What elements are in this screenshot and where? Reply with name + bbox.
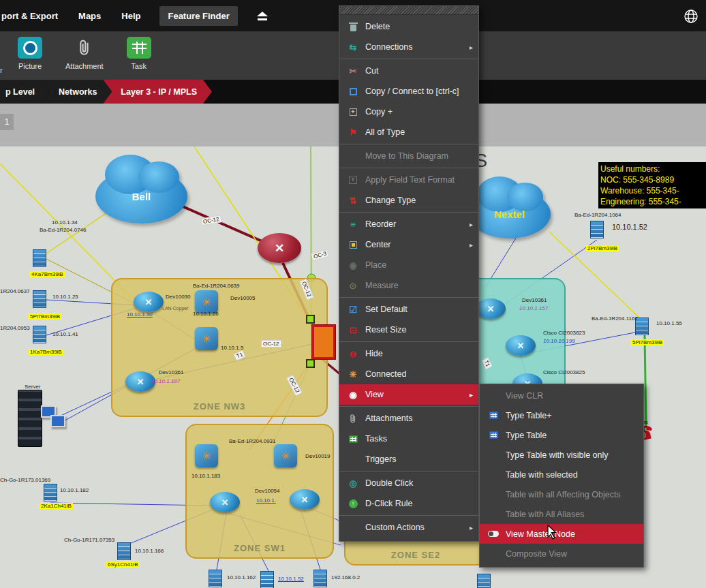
switch-node[interactable]: [313, 570, 327, 587]
node-label: 10.10.1.26: [193, 311, 219, 317]
menu-item-type-table[interactable]: Type Table+: [480, 405, 643, 425]
task-button[interactable]: Task: [127, 37, 151, 70]
menu-separator: [339, 59, 478, 59]
menu-item-reset-size[interactable]: ⊡Reset Size: [339, 320, 478, 340]
node-label: 10.10.1.162: [227, 574, 256, 581]
yellow-tag: 2Pi7Bm39iB: [586, 245, 619, 251]
copy-plus-icon: +: [346, 108, 360, 116]
menu-item-connected[interactable]: ✳Connected: [339, 364, 478, 384]
menu-item-copy[interactable]: +Copy +: [339, 102, 478, 122]
notes-line: Useful numbers:: [600, 164, 704, 174]
attachment-button[interactable]: Attachment: [65, 37, 104, 70]
node-label: Cisco CI2003823: [543, 330, 585, 336]
menu-separator: [339, 471, 478, 471]
menu-item-triggers[interactable]: Triggers: [339, 449, 478, 469]
menu-item-view-master-node[interactable]: View Master Node: [480, 524, 643, 544]
menu-item-tasks[interactable]: Tasks: [339, 429, 478, 449]
switch-node[interactable]: [590, 221, 604, 238]
selected-node[interactable]: [312, 325, 335, 359]
router-node[interactable]: ✕: [290, 489, 320, 510]
breadcrumb-layer3[interactable]: Layer 3 - IP / MPLS: [103, 80, 212, 104]
switch-node[interactable]: [33, 290, 46, 308]
notes-box[interactable]: Useful numbers: NOC: 555-345-8989 Wareho…: [598, 162, 706, 208]
hub-node[interactable]: ✳: [195, 290, 218, 313]
menu-item-d-click-rule[interactable]: ↑D-Click Rule: [339, 493, 478, 514]
center-icon: [346, 241, 360, 249]
menu-item-type-table-with-visible-only[interactable]: Type Table with visible only: [480, 445, 643, 465]
menubar-item-maps[interactable]: Maps: [77, 10, 102, 22]
menu-item-place: ◉Place: [339, 255, 478, 275]
router-node[interactable]: ✕: [506, 335, 536, 356]
switch-node[interactable]: [209, 570, 222, 587]
menu-item-view[interactable]: ◉View▸: [339, 384, 478, 405]
menu-item-table-with-all-affecting-objects: Table with all Affecting Objects: [480, 484, 643, 504]
cut-icon: ✂: [346, 66, 360, 76]
picture-button[interactable]: Picture: [18, 37, 42, 70]
menu-item-type-table[interactable]: Type Table: [480, 425, 643, 445]
all-of-type-icon: ⚑: [346, 127, 360, 138]
breadcrumb-top-level[interactable]: p Level: [0, 80, 50, 104]
menu-item-change-type[interactable]: ⇅Change Type: [339, 190, 478, 211]
attachment-button-label: Attachment: [65, 62, 104, 70]
router-node[interactable]: ✕: [476, 298, 506, 319]
menu-item-all-of-type[interactable]: ⚑All of Type: [339, 122, 478, 142]
router-node[interactable]: ✕: [134, 292, 164, 312]
hub-node[interactable]: ✳: [195, 444, 218, 467]
eject-icon[interactable]: [257, 12, 268, 20]
menu-item-label: Set Default: [365, 305, 473, 314]
switch-node[interactable]: [477, 574, 491, 588]
menu-item-center[interactable]: Center▸: [339, 234, 478, 255]
menu-item-label: Tasks: [365, 434, 473, 444]
menu-item-attachments[interactable]: Attachments: [339, 408, 478, 429]
reorder-icon: ≡: [346, 219, 360, 230]
switch-node[interactable]: [33, 249, 46, 267]
resize-handle[interactable]: [306, 315, 315, 324]
globe-icon[interactable]: [683, 8, 699, 25]
trash-icon: [346, 22, 360, 31]
breadcrumb-networks[interactable]: Networks: [41, 80, 112, 104]
cloud-nextel[interactable]: Nextel: [469, 189, 551, 238]
menu-item-hide[interactable]: ⊖Hide: [339, 343, 478, 364]
hub-node[interactable]: ✳: [195, 327, 218, 350]
router-node[interactable]: ✕: [210, 492, 240, 512]
node-label: 192.168.0.2: [331, 574, 360, 581]
picture-icon: [18, 37, 42, 59]
menu-item-reorder[interactable]: ≡Reorder▸: [339, 214, 478, 234]
switch-node[interactable]: [260, 571, 274, 588]
copy-icon: [346, 88, 360, 95]
menu-item-apply-field-text-format: TApply Field Text Format: [339, 170, 478, 190]
cloud-bell[interactable]: Bell: [95, 169, 187, 223]
change-type-icon: ⇅: [346, 196, 360, 206]
node-label: Ba-Ed-1R204.1167: [592, 315, 638, 322]
switch-node[interactable]: [117, 542, 131, 560]
router-node-red[interactable]: ✕: [258, 233, 301, 263]
zone-label: ZONE SW1: [187, 543, 333, 553]
menu-item-label: Table with All Aliases: [506, 510, 638, 519]
menu-drag-handle[interactable]: [339, 6, 478, 15]
menubar-item-help[interactable]: Help: [120, 10, 142, 22]
menu-item-connections[interactable]: ⇆Connections▸: [339, 37, 478, 57]
menu-item-label: Connected: [365, 369, 473, 379]
menu-item-label: View Master Node: [506, 529, 638, 539]
menubar-item-feature-finder[interactable]: Feature Finder: [159, 6, 237, 26]
menu-item-table-with-selected[interactable]: Table with selected: [480, 465, 643, 484]
switch-node[interactable]: [44, 484, 57, 501]
menu-item-double-click[interactable]: ◎Double Click: [339, 473, 478, 493]
node-label: 10.10.1.166: [135, 548, 164, 554]
menu-item-delete[interactable]: Delete: [339, 16, 478, 37]
hub-node[interactable]: ✳: [274, 444, 297, 467]
menu-item-custom-actions[interactable]: Custom Actions▸: [339, 517, 478, 538]
monitor-node[interactable]: [50, 415, 65, 427]
menubar-item-port-export[interactable]: port & Export: [0, 10, 59, 22]
switch-node[interactable]: [33, 326, 46, 343]
node-label: Cisco CI2003825: [543, 369, 585, 375]
node-label: 10.10.1.157: [519, 305, 548, 311]
menu-separator: [339, 168, 478, 168]
menu-item-set-default[interactable]: ☑Set Default: [339, 299, 478, 320]
server-node[interactable]: [18, 390, 42, 447]
menu-item-cut[interactable]: ✂Cut: [339, 61, 478, 81]
page-tab[interactable]: 1: [0, 114, 14, 130]
menu-separator: [339, 144, 478, 144]
menu-item-copy-connect-to-ctrl-c[interactable]: Copy / Connect to [ctrl-c]: [339, 81, 478, 102]
resize-handle[interactable]: [306, 359, 315, 368]
